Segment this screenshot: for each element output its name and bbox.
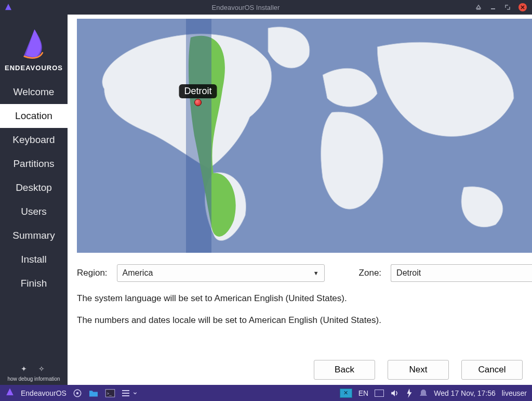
region-label: Region:	[77, 268, 108, 278]
taskbar-files-icon[interactable]	[88, 389, 99, 397]
sidebar-item-keyboard[interactable]: Keyboard	[0, 128, 68, 152]
titlebar-app-icon	[0, 3, 17, 11]
sidebar-item-partitions[interactable]: Partitions	[0, 152, 68, 176]
sidebar-item-finish[interactable]: Finish	[0, 271, 68, 295]
window-keep-above-icon[interactable]	[475, 4, 482, 11]
taskbar-battery-icon[interactable]	[375, 390, 384, 397]
next-button[interactable]: Next	[388, 360, 449, 380]
taskbar-datetime[interactable]: Wed 17 Nov, 17:56	[434, 389, 496, 397]
world-map-svg	[77, 19, 532, 253]
main-panel: Detroit Region: America ▼ Zone: Detroit …	[68, 15, 532, 385]
sidebar-item-summary[interactable]: Summary	[0, 224, 68, 248]
taskbar-volume-icon[interactable]	[390, 389, 400, 397]
debug-info-toggle[interactable]: ✦ ✧ how debug information	[0, 365, 68, 385]
taskbar-distro[interactable]: EndeavourOS	[21, 389, 66, 397]
cancel-button[interactable]: Cancel	[461, 360, 523, 380]
region-select[interactable]: America ▼	[117, 264, 325, 282]
window-close-icon[interactable]	[518, 3, 527, 11]
zone-label: Zone:	[359, 268, 381, 278]
window-maximize-icon[interactable]	[504, 4, 511, 11]
timezone-map[interactable]: Detroit	[77, 19, 532, 253]
map-city-pin[interactable]	[194, 99, 202, 106]
sidebar-item-location[interactable]: Location	[0, 104, 68, 128]
debug-icon: ✦ ✧	[0, 365, 68, 374]
window-title: EndeavourOS Installer	[17, 4, 475, 11]
brand-name: ENDEAVOUROS	[5, 64, 63, 72]
taskbar-terminal-icon[interactable]: >_	[105, 389, 115, 397]
map-city-label: Detroit	[179, 84, 217, 98]
locale-info-text: The numbers and dates locale will be set…	[77, 315, 532, 326]
zone-select[interactable]: Detroit	[391, 264, 532, 282]
taskbar: EndeavourOS >_ ✕ EN Wed 17 Nov, 17:56 li…	[0, 385, 532, 401]
taskbar-lang[interactable]: EN	[358, 389, 368, 397]
sidebar: ENDEAVOUROS Welcome Location Keyboard Pa…	[0, 15, 68, 385]
taskbar-logo-icon[interactable]	[5, 387, 15, 398]
timezone-band	[186, 19, 211, 253]
taskbar-menu-icon[interactable]	[122, 390, 137, 397]
back-button[interactable]: Back	[314, 360, 375, 380]
window-titlebar: EndeavourOS Installer	[0, 0, 532, 15]
zone-select-value: Detroit	[396, 268, 421, 278]
sidebar-item-desktop[interactable]: Desktop	[0, 176, 68, 200]
svg-text:>_: >_	[107, 391, 112, 396]
sidebar-item-install[interactable]: Install	[0, 248, 68, 271]
debug-label: how debug information	[7, 376, 60, 382]
taskbar-browser-icon[interactable]	[73, 389, 82, 398]
brand-logo: ENDEAVOUROS	[5, 18, 62, 80]
window-minimize-icon[interactable]	[489, 4, 497, 11]
svg-point-4	[76, 392, 79, 394]
taskbar-notify-icon[interactable]	[419, 389, 428, 398]
taskbar-power-icon[interactable]	[406, 389, 413, 398]
region-select-value: America	[123, 268, 153, 278]
taskbar-running-app-icon[interactable]: ✕	[340, 389, 352, 398]
chevron-down-icon: ▼	[313, 270, 319, 276]
sidebar-nav: Welcome Location Keyboard Partitions Des…	[0, 80, 68, 295]
sidebar-item-users[interactable]: Users	[0, 200, 68, 224]
language-info-text: The system language will be set to Ameri…	[77, 293, 532, 304]
taskbar-user[interactable]: liveuser	[502, 389, 527, 397]
sidebar-item-welcome[interactable]: Welcome	[0, 80, 68, 104]
